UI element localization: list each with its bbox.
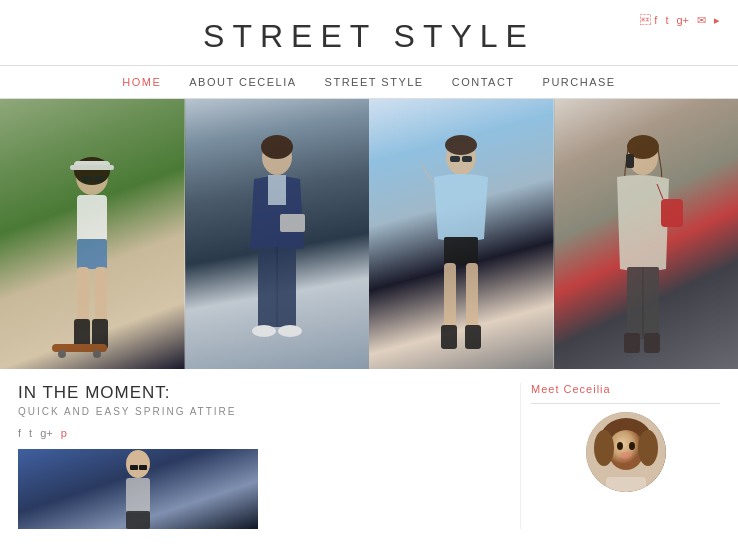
svg-rect-28 xyxy=(444,237,478,265)
svg-rect-46 xyxy=(126,511,150,529)
article-thumb-image xyxy=(18,449,258,529)
email-icon[interactable]: ✉ xyxy=(697,14,706,27)
person-silhouette-4 xyxy=(601,129,691,369)
svg-rect-9 xyxy=(77,267,89,327)
svg-rect-3 xyxy=(70,165,114,170)
article-social-icons: f t g+ p xyxy=(18,427,500,439)
grid-photo-4[interactable] xyxy=(554,99,739,369)
nav-purchase[interactable]: PURCHASE xyxy=(543,76,616,88)
svg-rect-42 xyxy=(644,333,660,353)
svg-rect-5 xyxy=(94,176,104,182)
grid-photo-2[interactable] xyxy=(185,99,370,369)
nav-home[interactable]: HOME xyxy=(122,76,161,88)
facebook-icon[interactable]:  f xyxy=(640,14,657,27)
hero-image-grid xyxy=(0,99,738,369)
article-thumbnail[interactable] xyxy=(18,449,258,529)
svg-rect-58 xyxy=(606,477,646,492)
article-facebook-icon[interactable]: f xyxy=(18,427,21,439)
grid-photo-3[interactable] xyxy=(369,99,554,369)
svg-point-27 xyxy=(445,135,477,155)
svg-rect-32 xyxy=(465,325,481,349)
svg-rect-25 xyxy=(450,156,460,162)
site-title: STREET STYLE xyxy=(0,18,738,55)
article-title: IN THE MOMENT: xyxy=(18,383,500,403)
google-icon[interactable]: g+ xyxy=(676,14,689,27)
person-silhouette-2 xyxy=(232,129,322,369)
header-social-icons:  f t g+ ✉ ▸ xyxy=(640,14,720,27)
sidebar-avatar xyxy=(586,412,666,492)
person-silhouette-1 xyxy=(47,149,137,369)
nav-street-style[interactable]: STREET STYLE xyxy=(325,76,424,88)
sidebar: Meet Ceceilia xyxy=(520,383,720,529)
svg-rect-36 xyxy=(626,154,634,168)
svg-rect-7 xyxy=(77,195,107,245)
svg-rect-48 xyxy=(139,465,147,470)
site-header:  f t g+ ✉ ▸ STREET STYLE xyxy=(0,0,738,66)
svg-rect-45 xyxy=(126,478,150,513)
article-twitter-icon[interactable]: t xyxy=(29,427,32,439)
svg-point-54 xyxy=(638,430,658,466)
svg-rect-4 xyxy=(82,176,92,182)
svg-rect-8 xyxy=(77,239,107,269)
svg-rect-29 xyxy=(444,263,456,333)
article-google-icon[interactable]: g+ xyxy=(40,427,53,439)
svg-point-57 xyxy=(620,452,632,458)
svg-rect-30 xyxy=(466,263,478,333)
grid-photo-1[interactable] xyxy=(0,99,185,369)
nav-about[interactable]: ABOUT CECELIA xyxy=(189,76,296,88)
svg-rect-41 xyxy=(624,333,640,353)
sidebar-divider xyxy=(531,403,720,404)
svg-point-21 xyxy=(252,325,276,337)
main-article: IN THE MOMENT: QUICK AND EASY SPRING ATT… xyxy=(18,383,500,529)
article-pinterest-icon[interactable]: p xyxy=(61,427,67,439)
nav-contact[interactable]: CONTACT xyxy=(452,76,515,88)
svg-point-56 xyxy=(629,442,635,450)
svg-point-44 xyxy=(126,450,150,478)
person-silhouette-3 xyxy=(416,129,506,369)
svg-rect-26 xyxy=(462,156,472,162)
svg-point-15 xyxy=(93,350,101,358)
svg-rect-39 xyxy=(661,199,683,227)
svg-point-14 xyxy=(58,350,66,358)
svg-rect-31 xyxy=(441,325,457,349)
avatar-image xyxy=(586,412,666,492)
svg-point-53 xyxy=(594,430,614,466)
svg-point-55 xyxy=(617,442,623,450)
svg-point-22 xyxy=(278,325,302,337)
svg-rect-23 xyxy=(280,214,305,232)
twitter-icon[interactable]: t xyxy=(665,14,668,27)
main-nav: HOME ABOUT CECELIA STREET STYLE CONTACT … xyxy=(0,66,738,99)
svg-rect-18 xyxy=(268,175,286,205)
svg-rect-47 xyxy=(130,465,138,470)
svg-rect-10 xyxy=(95,267,107,327)
article-subtitle: QUICK AND EASY SPRING ATTIRE xyxy=(18,406,500,417)
rss-icon[interactable]: ▸ xyxy=(714,14,720,27)
below-grid-section: IN THE MOMENT: QUICK AND EASY SPRING ATT… xyxy=(0,369,738,529)
svg-point-17 xyxy=(261,135,293,159)
sidebar-title: Meet Ceceilia xyxy=(531,383,720,395)
svg-line-33 xyxy=(421,164,434,184)
